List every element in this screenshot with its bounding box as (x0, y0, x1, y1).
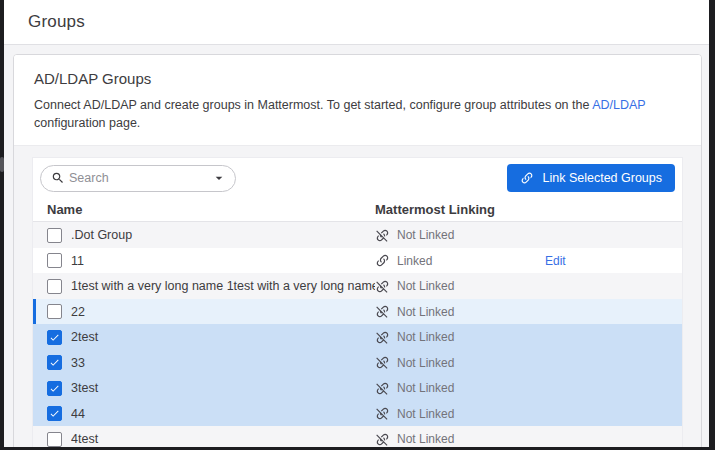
groups-toolbar: Link Selected Groups (33, 158, 682, 198)
group-name: 33 (71, 356, 375, 370)
group-name: 3test (71, 381, 375, 395)
table-row[interactable]: 2test Not Linked (33, 324, 682, 350)
broken-link-icon (375, 432, 390, 447)
group-name: 22 (71, 305, 375, 319)
broken-link-icon (375, 304, 390, 319)
admin-console-content: Groups AD/LDAP Groups Connect AD/LDAP an… (4, 0, 709, 447)
table-row[interactable]: 33 Not Linked (33, 350, 682, 376)
row-checkbox[interactable] (47, 228, 62, 243)
card-body: Link Selected Groups Name Mattermost Lin… (14, 146, 701, 447)
link-selected-groups-button[interactable]: Link Selected Groups (507, 164, 675, 192)
linking-status: Not Linked (397, 432, 454, 446)
table-row[interactable]: 11 Linked Edit (33, 248, 682, 274)
broken-link-icon (375, 406, 390, 421)
group-name: 1test with a very long name 1test with a… (71, 279, 375, 293)
description-text-suffix: configuration page. (34, 116, 140, 130)
row-checkbox[interactable] (47, 432, 62, 447)
table-row[interactable]: 1test with a very long name 1test with a… (33, 273, 682, 299)
broken-link-icon (375, 330, 390, 345)
row-checkbox[interactable] (47, 406, 62, 421)
linking-status: Not Linked (397, 279, 454, 293)
group-name: 2test (71, 330, 375, 344)
group-name: .Dot Group (71, 228, 375, 242)
group-name: 44 (71, 407, 375, 421)
check-icon (49, 408, 60, 419)
table-row[interactable]: 3test Not Linked (33, 375, 682, 401)
table-row[interactable]: 4test Not Linked (33, 426, 682, 447)
row-checkbox[interactable] (47, 253, 62, 268)
window-edge-notch (0, 157, 4, 172)
ad-ldap-groups-card: AD/LDAP Groups Connect AD/LDAP and creat… (13, 54, 702, 447)
row-checkbox[interactable] (47, 330, 62, 345)
table-row[interactable]: .Dot Group Not Linked (33, 222, 682, 248)
link-button-label: Link Selected Groups (542, 171, 662, 185)
broken-link-icon (375, 279, 390, 294)
group-name: 11 (71, 254, 375, 268)
linking-status: Not Linked (397, 407, 454, 421)
row-checkbox[interactable] (47, 355, 62, 370)
page-title: Groups (28, 12, 85, 32)
table-row[interactable]: 22 Not Linked (33, 299, 682, 325)
column-header-mattermost-linking: Mattermost Linking (375, 202, 545, 217)
broken-link-icon (375, 228, 390, 243)
table-row[interactable]: 44 Not Linked (33, 401, 682, 427)
linking-status: Not Linked (397, 356, 454, 370)
card-title: AD/LDAP Groups (34, 70, 681, 87)
linking-status: Linked (397, 254, 432, 268)
column-header-name: Name (33, 202, 375, 217)
group-name: 4test (71, 432, 375, 446)
search-icon (51, 171, 65, 185)
row-checkbox[interactable] (47, 304, 62, 319)
broken-link-icon (375, 355, 390, 370)
search-filter-dropdown-icon[interactable] (211, 170, 227, 186)
linking-status: Not Linked (397, 330, 454, 344)
row-checkbox[interactable] (47, 279, 62, 294)
groups-list-panel: Link Selected Groups Name Mattermost Lin… (32, 157, 683, 447)
groups-table-body: .Dot Group Not Linked 11 Linked Edit (33, 222, 682, 447)
row-checkbox[interactable] (47, 381, 62, 396)
link-icon (520, 171, 534, 185)
ad-ldap-config-link[interactable]: AD/LDAP (592, 98, 645, 112)
search-input[interactable] (65, 171, 211, 185)
check-icon (49, 332, 60, 343)
broken-link-icon (375, 381, 390, 396)
check-icon (49, 357, 60, 368)
linking-status: Not Linked (397, 381, 454, 395)
card-header: AD/LDAP Groups Connect AD/LDAP and creat… (14, 55, 701, 145)
description-text: Connect AD/LDAP and create groups in Mat… (34, 98, 592, 112)
link-icon (375, 253, 390, 268)
card-description: Connect AD/LDAP and create groups in Mat… (34, 96, 681, 132)
page-header: Groups (4, 0, 709, 45)
linking-status: Not Linked (397, 305, 454, 319)
linking-status: Not Linked (397, 228, 454, 242)
search-box[interactable] (40, 165, 236, 192)
table-header-row: Name Mattermost Linking (33, 198, 682, 222)
check-icon (49, 383, 60, 394)
edit-link[interactable]: Edit (545, 254, 566, 268)
